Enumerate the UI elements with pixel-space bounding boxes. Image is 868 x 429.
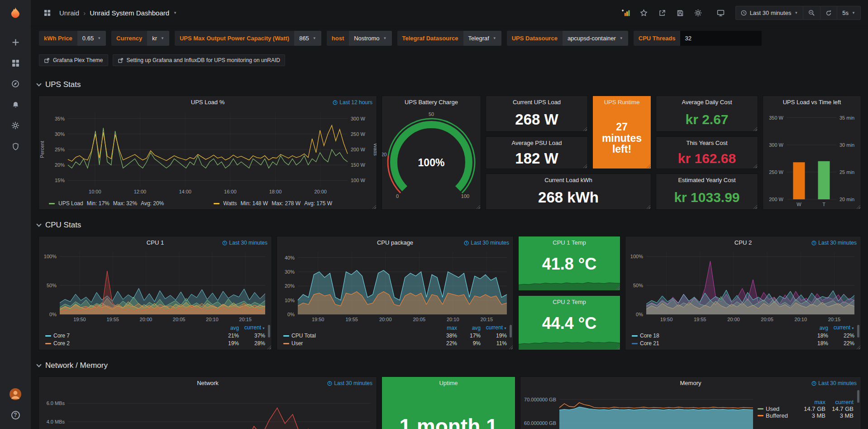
panel-header[interactable]: Estimated Yearly Cost xyxy=(656,174,758,186)
section-network-memory[interactable]: Network / Memory xyxy=(37,360,108,371)
section-ups-stats[interactable]: UPS Stats xyxy=(37,79,81,91)
variable-value-dropdown[interactable]: Telegraf▼ xyxy=(463,31,501,46)
cpu-threads-input[interactable] xyxy=(680,31,762,46)
variable-value-dropdown[interactable]: kr▼ xyxy=(147,31,169,46)
legend-col-max[interactable]: max xyxy=(434,324,457,332)
configuration-gear-icon[interactable] xyxy=(0,115,31,136)
load-vs-time-chart[interactable]: 350 W300 W250 W200 W35 min30 min25 min20… xyxy=(763,108,861,209)
legend-series-name: Core 2 xyxy=(53,340,215,347)
panel-header[interactable]: CPU 1 Temp xyxy=(519,236,620,248)
panel-header[interactable]: UPS Load vs Time left xyxy=(763,96,861,108)
legend-col-current[interactable]: current▼ xyxy=(481,324,507,332)
panel-cpu-1: CPU 1 Last 30 minutes 100%50%0%19:5019:5… xyxy=(39,236,272,350)
variable-value-dropdown[interactable]: 0.65▼ xyxy=(77,31,106,46)
legend-scrollbar[interactable] xyxy=(268,325,270,337)
legend-scrollbar[interactable] xyxy=(510,325,512,337)
panel-header[interactable]: Current Load kWh xyxy=(486,174,651,186)
legend-item-watts[interactable]: Watts Min: 148 W Max: 278 W Avg: 175 W xyxy=(214,200,332,207)
dashboard-link-plex-theme[interactable]: Grafana Plex Theme xyxy=(39,54,108,66)
panel-header-ups-load[interactable]: UPS Load % xyxy=(39,96,377,108)
legend-col-current[interactable]: current▼ xyxy=(828,324,854,332)
time-range-badge[interactable]: Last 30 minutes xyxy=(464,240,509,246)
legend-col-avg[interactable]: avg xyxy=(805,324,828,332)
legend-row-core21[interactable]: Core 21 18% 22% xyxy=(632,340,854,347)
section-cpu-stats[interactable]: CPU Stats xyxy=(37,219,81,231)
variable-label: UPS Max Output Power Capacity (Watt) xyxy=(175,31,294,46)
legend-row-core7[interactable]: Core 7 21% 37% xyxy=(45,332,265,340)
breadcrumb-folder[interactable]: Unraid xyxy=(59,9,79,17)
network-chart[interactable]: 6.0 MBs4.0 MBs2.0 MBs xyxy=(39,389,377,429)
refresh-button[interactable] xyxy=(820,6,837,19)
legend-row-cpu-total[interactable]: CPU Total 38% 17% 19% xyxy=(283,332,507,340)
dashboard-link-ups-guide[interactable]: Setting up Grafana and InfluxDB for UPS … xyxy=(113,54,286,66)
legend-col-max[interactable]: max xyxy=(797,399,825,405)
variable-value-dropdown[interactable]: apcupsd-container▼ xyxy=(563,31,628,46)
legend-col-avg[interactable]: avg xyxy=(457,324,481,332)
legend-col-current[interactable]: current xyxy=(825,399,854,405)
time-range-badge[interactable]: Last 30 minutes xyxy=(811,380,857,386)
ups-load-chart[interactable]: 35%30%25%20%15%300 W250 W200 W150 W100 W… xyxy=(39,108,377,198)
panel-header[interactable]: This Years Cost xyxy=(656,137,758,149)
help-icon[interactable]: ? xyxy=(0,405,31,425)
apps-grid-icon[interactable] xyxy=(39,6,55,20)
legend-col-current[interactable]: current▼ xyxy=(239,324,265,332)
star-icon[interactable] xyxy=(636,6,652,20)
legend-row-buffered[interactable]: Buffered 3 MB 3 MB xyxy=(758,412,854,419)
time-range-badge[interactable]: Last 30 minutes xyxy=(327,380,372,386)
legend-min: Min: 17% xyxy=(87,200,110,207)
cpu-package-chart[interactable]: 40%30%20%10%0%19:5019:5520:0020:0520:102… xyxy=(277,248,513,323)
explore-compass-icon[interactable] xyxy=(0,73,31,94)
legend-row-used[interactable]: Used 14.7 GB 14.7 GB xyxy=(758,405,854,412)
time-range-picker[interactable]: Last 30 minutes ▼ xyxy=(736,6,803,19)
breadcrumb-dashboard-title[interactable]: Unraid System Dashboard xyxy=(90,9,169,17)
legend-color-swatch xyxy=(214,203,219,204)
chevron-down-icon: ▼ xyxy=(620,37,623,40)
dashboard-settings-gear-icon[interactable] xyxy=(690,6,706,20)
user-avatar[interactable] xyxy=(0,384,31,405)
legend-item-ups-load[interactable]: UPS Load Min: 17% Max: 32% Avg: 20% xyxy=(49,200,164,207)
legend-color-swatch xyxy=(283,343,289,344)
time-range-badge[interactable]: Last 30 minutes xyxy=(222,240,267,246)
grafana-logo-icon[interactable] xyxy=(8,6,23,22)
dashboard-switcher-caret-icon[interactable]: ▼ xyxy=(173,11,177,15)
panel-title: Uptime xyxy=(439,380,458,386)
panel-header[interactable]: Average Daily Cost xyxy=(656,96,758,108)
panel-header[interactable]: Average PSU Load xyxy=(486,137,587,149)
panel-header[interactable]: Memory xyxy=(520,377,861,389)
variable-value-dropdown[interactable]: Nostromo▼ xyxy=(349,31,391,46)
battery-gauge-chart[interactable]: 02050100100% xyxy=(382,108,481,209)
memory-chart[interactable]: 70.000000 GB60.000000 GB50.000000 GB xyxy=(520,389,758,429)
refresh-interval-label: 5s xyxy=(842,10,849,16)
dashboards-icon[interactable] xyxy=(0,53,31,73)
time-range-badge[interactable]: Last 12 hours xyxy=(333,99,372,106)
legend-row-core18[interactable]: Core 18 18% 22% xyxy=(632,332,854,340)
zoom-out-time-button[interactable] xyxy=(803,6,820,19)
cpu2-chart[interactable]: 100%50%0%19:5019:5520:0020:0520:1020:15 xyxy=(625,248,861,323)
panel-header[interactable]: Current UPS Load xyxy=(486,96,587,108)
server-admin-shield-icon[interactable] xyxy=(0,136,31,157)
panel-header-battery[interactable]: UPS Battery Charge xyxy=(382,96,481,108)
variable-value-dropdown[interactable]: 865▼ xyxy=(294,31,321,46)
svg-text:100%: 100% xyxy=(44,254,57,259)
refresh-interval-picker[interactable]: 5s ▼ xyxy=(837,6,860,19)
legend-row-user[interactable]: User 22% 9% 11% xyxy=(283,340,507,347)
legend-col-avg[interactable]: avg xyxy=(215,324,239,332)
alerting-bell-icon[interactable] xyxy=(0,94,31,115)
panel-header[interactable]: CPU 2 Temp xyxy=(519,296,620,308)
add-panel-icon[interactable] xyxy=(618,6,634,20)
cycle-view-monitor-icon[interactable] xyxy=(713,6,729,20)
panel-memory: Memory Last 30 minutes 70.000000 GB60.00… xyxy=(520,377,861,429)
time-range-badge[interactable]: Last 30 minutes xyxy=(811,240,857,246)
cpu1-chart[interactable]: 100%50%0%19:5019:5520:0020:0520:1020:15 xyxy=(39,248,272,323)
panel-header[interactable]: UPS Runtime xyxy=(593,96,651,108)
panel-header[interactable]: Network xyxy=(39,377,377,389)
legend-scrollbar[interactable] xyxy=(857,390,859,403)
variable-host: host Nostromo▼ xyxy=(327,31,392,46)
save-icon[interactable] xyxy=(672,6,688,20)
legend-header-row: avg current▼ xyxy=(45,324,265,332)
panel-header[interactable]: Uptime xyxy=(382,377,515,389)
legend-row-core2[interactable]: Core 2 19% 28% xyxy=(45,340,265,347)
share-icon[interactable] xyxy=(654,6,670,20)
create-plus-icon[interactable] xyxy=(0,32,31,53)
legend-scrollbar[interactable] xyxy=(857,325,859,337)
